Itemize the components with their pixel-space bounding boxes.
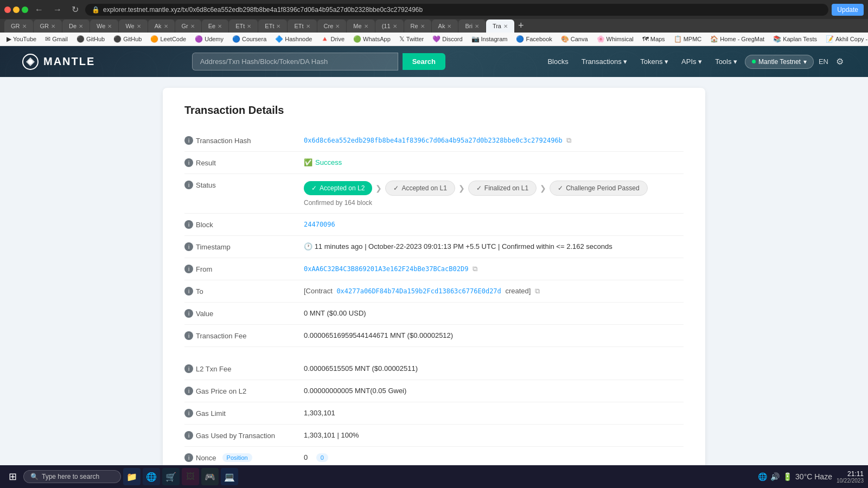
address-bar[interactable]: 🔒 explorer.testnet.mantle.xyz/tx/0x6d8c6…: [85, 4, 828, 16]
tab-de[interactable]: De✕: [62, 20, 90, 33]
taskbar-app-xbox[interactable]: 🎮: [201, 468, 219, 485]
bookmark-whimsical[interactable]: 🌸Whimsical: [595, 34, 636, 44]
bookmark-hashnode[interactable]: 🔷Hashnode: [273, 34, 314, 44]
tab-me[interactable]: Me✕: [347, 20, 374, 33]
new-tab-btn[interactable]: +: [515, 19, 527, 33]
search-input[interactable]: [192, 53, 398, 70]
info-icon-block[interactable]: i: [184, 220, 193, 229]
info-icon-gasused[interactable]: i: [184, 431, 193, 440]
reload-btn[interactable]: ↻: [68, 3, 82, 16]
bookmark-github2[interactable]: ⚫GitHub: [111, 34, 144, 44]
badge-finalized-l1[interactable]: ✓ Finalized on L1: [468, 181, 537, 196]
tab-re[interactable]: Re✕: [404, 20, 431, 33]
tab-ett1[interactable]: ETt✕: [229, 20, 258, 33]
info-icon-value[interactable]: i: [184, 309, 193, 318]
update-button[interactable]: Update: [832, 4, 864, 16]
tab-gr1[interactable]: GR✕: [4, 20, 33, 33]
taskbar-app-edge[interactable]: 🌐: [143, 468, 160, 485]
tab-ett3[interactable]: ETt✕: [288, 20, 316, 33]
bookmark-discord[interactable]: 💜Discord: [430, 34, 464, 44]
nav-tools[interactable]: Tools ▾: [710, 54, 743, 69]
info-icon-timestamp[interactable]: i: [184, 242, 193, 251]
info-icon-txfee[interactable]: i: [184, 331, 193, 340]
logo-area[interactable]: MANTLE: [22, 53, 95, 70]
value-gas-limit: 1,303,101: [304, 409, 684, 417]
lock-icon: 🔒: [92, 6, 100, 14]
nav-transactions[interactable]: Transactions ▾: [576, 54, 633, 69]
nav-blocks[interactable]: Blocks: [542, 54, 573, 69]
tab-gr2[interactable]: GR✕: [34, 20, 62, 33]
tab-we1[interactable]: We✕: [90, 20, 118, 33]
info-icon-from[interactable]: i: [184, 265, 193, 273]
taskbar-app-file-explorer[interactable]: 📁: [123, 468, 141, 485]
label-value: i Value: [184, 309, 304, 318]
bookmark-drive[interactable]: 🔺Drive: [318, 34, 347, 44]
tab-we2[interactable]: We✕: [119, 20, 147, 33]
battery-icon: 🔋: [783, 472, 792, 481]
bookmark-akhil[interactable]: 📝Akhil Copy - GRE W...: [824, 34, 868, 44]
info-icon-status[interactable]: i: [184, 181, 193, 189]
copy-to-icon[interactable]: ⧉: [535, 287, 540, 295]
transaction-hash-link[interactable]: 0x6d8c6ea552edb298fb8be4a1f8396c7d06a4b9…: [304, 137, 563, 144]
label-l2-txn-fee: i L2 Txn Fee: [184, 364, 304, 373]
bookmark-youtube[interactable]: ▶YouTube: [4, 34, 39, 44]
tab-gr3[interactable]: Gr✕: [175, 20, 201, 33]
tab-ett2[interactable]: ETt✕: [258, 20, 287, 33]
info-icon-hash[interactable]: i: [184, 136, 193, 145]
taskbar-search[interactable]: 🔍 Type here to search: [23, 470, 121, 483]
bookmark-kaplan[interactable]: 📚Kaplan Tests: [771, 34, 819, 44]
bookmark-mpmc[interactable]: 📋MPMC: [672, 34, 704, 44]
minimize-btn[interactable]: [13, 7, 20, 13]
tab-ak2[interactable]: Ak✕: [432, 20, 458, 33]
bookmark-canva[interactable]: 🎨Canva: [559, 34, 590, 44]
svg-point-1: [28, 60, 33, 64]
tab-ee[interactable]: Ee✕: [202, 20, 228, 33]
clock-icon: 🕐: [304, 242, 312, 251]
block-link[interactable]: 24470096: [304, 221, 335, 228]
forward-btn[interactable]: →: [50, 4, 65, 16]
bookmark-udemy[interactable]: 🟣Udemy: [193, 34, 226, 44]
bookmark-maps[interactable]: 🗺Maps: [640, 34, 667, 44]
bookmark-leetcode[interactable]: 🟠LeetCode: [148, 34, 188, 44]
language-selector[interactable]: EN: [816, 55, 831, 68]
info-icon-l2fee[interactable]: i: [184, 364, 193, 373]
start-button[interactable]: ⊞: [4, 468, 21, 485]
maximize-btn[interactable]: [22, 7, 28, 13]
bookmark-whatsapp[interactable]: 🟢WhatsApp: [351, 34, 393, 44]
bookmark-gmail[interactable]: ✉Gmail: [43, 34, 70, 44]
bookmark-github1[interactable]: ⚫GitHub: [74, 34, 107, 44]
info-icon-gaslimit[interactable]: i: [184, 409, 193, 418]
check-icon-3: ✓: [476, 184, 482, 192]
tab-cre[interactable]: Cre✕: [317, 20, 347, 33]
tab-11[interactable]: (11✕: [375, 20, 404, 33]
back-btn[interactable]: ←: [31, 4, 47, 16]
bookmark-gregmat[interactable]: 🏠Home - GregMat: [708, 34, 767, 44]
search-button[interactable]: Search: [403, 53, 445, 70]
badge-accepted-l1[interactable]: ✓ Accepted on L1: [385, 181, 455, 196]
info-icon-gasprice[interactable]: i: [184, 387, 193, 395]
badge-challenge-period[interactable]: ✓ Challenge Period Passed: [550, 181, 647, 196]
network-badge[interactable]: Mantle Testnet ▾: [745, 55, 814, 69]
info-icon-result[interactable]: i: [184, 158, 193, 167]
bookmark-coursera[interactable]: 🔵Coursera: [230, 34, 269, 44]
from-address-link[interactable]: 0xAA6C32B4C3B869201A3e162F24bBe37BCacB02…: [304, 265, 468, 273]
info-icon-nonce[interactable]: i: [184, 453, 193, 462]
tab-tra[interactable]: Tra✕: [486, 20, 514, 33]
bookmark-twitter[interactable]: 𝕏Twitter: [397, 34, 426, 44]
close-btn[interactable]: [4, 7, 11, 13]
nav-tokens[interactable]: Tokens ▾: [635, 54, 674, 69]
badge-accepted-l2[interactable]: ✓ Accepted on L2: [304, 181, 372, 195]
nav-apis[interactable]: APIs ▾: [676, 54, 707, 69]
settings-icon[interactable]: ⚙: [833, 54, 846, 69]
tab-ak[interactable]: Ak✕: [148, 20, 175, 33]
info-icon-to[interactable]: i: [184, 287, 193, 296]
bookmark-facebook[interactable]: 🔵Facebook: [514, 34, 554, 44]
bookmark-instagram[interactable]: 📷Instagram: [469, 34, 510, 44]
copy-hash-icon[interactable]: ⧉: [566, 136, 571, 144]
copy-from-icon[interactable]: ⧉: [473, 265, 477, 273]
taskbar-app-photos[interactable]: 🖼: [182, 468, 199, 485]
taskbar-app-vscode[interactable]: 💻: [221, 468, 238, 485]
contract-address-link[interactable]: 0x4277a06DF84b74Da159b2Fcd13863c6776E0d2…: [336, 287, 501, 295]
taskbar-app-store[interactable]: 🛒: [162, 468, 180, 485]
tab-bri[interactable]: Bri✕: [458, 20, 485, 33]
